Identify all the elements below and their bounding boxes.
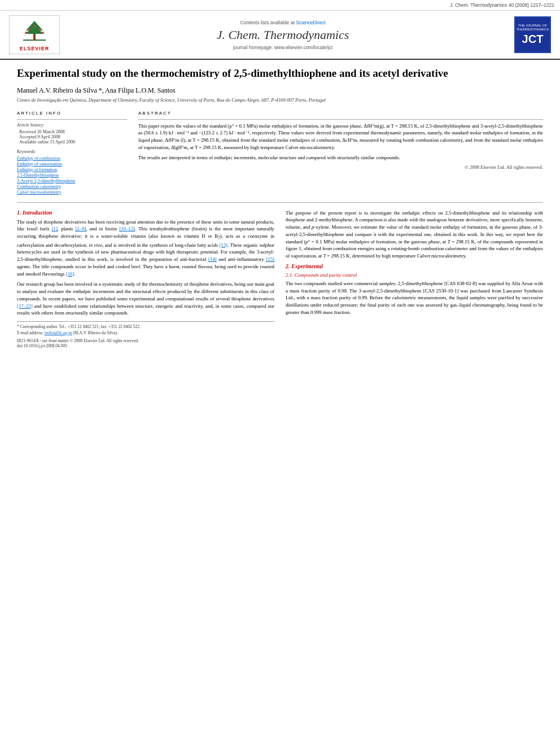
footer-info: 0021-9614/$ - see front matter © 2008 El… [17,338,274,348]
elsevier-name: ELSEVIER [12,46,57,51]
ref-15[interactable]: [15] [266,256,274,262]
keyword-5[interactable]: 3-Acetyl-2,5-dimethylthiophene [17,178,127,184]
accepted-date: Accepted 9 April 2008 [19,134,127,139]
section-divider [17,202,543,203]
abstract-column: ABSTRACT This paper reports the values o… [138,111,543,195]
abstract-text: This paper reports the values of the sta… [138,123,543,151]
email-link[interactable]: risilva@fc.up.pt [45,330,72,335]
homepage-label: journal homepage: www.elsevier.com/locat… [233,45,333,50]
intro-paragraph-2: Our research group has been involved in … [17,281,274,317]
received-date: Received 26 March 2008 [19,129,127,134]
sciencedirect-line: Contents lists available at ScienceDirec… [60,20,506,25]
sciencedirect-label: Contents lists available at [240,20,294,25]
ref-13[interactable]: [13] [219,242,228,248]
abstract-results: The results are interpreted in terms of … [138,154,543,161]
footnote-star: * Corresponding author. Tel.: +351 22 04… [17,324,274,329]
citation-bar: J. Chem. Thermodynamics 40 (2008) 1217–1… [0,0,560,11]
experimental-heading: 2. Experimental [286,263,543,269]
footnote-email: E-mail address: risilva@fc.up.pt (M.A.V.… [17,330,274,335]
right-intro-text: The purpose of the present report is to … [286,209,543,260]
jct-logo-area: THE JOURNAL OFTHERMODYNAMICS JCT [506,16,551,53]
footer-doi: doi:10.1016/j.jct.2008.04.005 [17,343,274,348]
footnotes: * Corresponding author. Tel.: +351 22 04… [17,321,274,348]
ref-17-23[interactable]: [17–23] [17,303,33,309]
article-info-heading: ARTICLE INFO [17,111,127,116]
article-title: Experimental study on the thermochemistr… [17,67,543,81]
keyword-7[interactable]: Calvet microcalorimetry [17,190,127,195]
keywords-label: Keywords: [17,149,127,154]
ref-1[interactable]: [1] [52,226,58,231]
compounds-text: The two compounds studied were commercia… [286,280,543,316]
elsevier-logo: ELSEVIER [9,15,60,54]
abstract-heading: ABSTRACT [138,111,543,116]
main-content: Experimental study on the thermochemistr… [0,60,560,355]
article-info-column: ARTICLE INFO Article history: Received 2… [17,111,127,195]
article-history-label: Article history: [17,123,127,128]
svg-point-7 [42,32,44,34]
ref-16[interactable]: [16] [66,271,75,277]
authors: Manuel A.V. Ribeiro da Silva *, Ana Fili… [17,86,543,95]
journal-header: ELSEVIER Contents lists available at Sci… [0,11,560,60]
affiliation: Centro de Investigação em Química, Depar… [17,97,543,103]
footnote-star-text: * Corresponding author. Tel.: +351 22 04… [17,324,141,329]
journal-center: Contents lists available at ScienceDirec… [60,20,506,50]
elsevier-tree-icon [18,18,51,43]
svg-point-4 [28,28,30,30]
keywords-section: Keywords: Enthalpy of combustion Enthalp… [17,149,127,195]
jct-abbrev: JCT [522,33,544,46]
journal-title: J. Chem. Thermodynamics [60,28,506,42]
left-body-col: 1. Introduction The study of thiophene d… [17,209,274,348]
ref-10-12[interactable]: [10–12] [119,226,135,231]
footer-issn: 0021-9614/$ - see front matter © 2008 El… [17,338,274,343]
ref-2-9[interactable]: [2–9] [75,226,86,231]
svg-rect-1 [33,34,36,41]
abstract-body: This paper reports the values of the sta… [138,119,543,171]
copyright: © 2008 Elsevier Ltd. All rights reserved… [138,164,543,170]
keyword-1[interactable]: Enthalpy of combustion [17,156,127,161]
body-columns: 1. Introduction The study of thiophene d… [17,209,543,348]
sciencedirect-link[interactable]: ScienceDirect [296,20,325,25]
article-info-abstract: ARTICLE INFO Article history: Received 2… [17,111,543,195]
citation-text: J. Chem. Thermodynamics 40 (2008) 1217–1… [450,2,554,8]
footnote-email-text: E-mail address: risilva@fc.up.pt (M.A.V.… [17,330,118,335]
article-history: Article history: Received 26 March 2008 … [17,119,127,145]
right-body-col: The purpose of the present report is to … [286,209,543,348]
svg-point-5 [39,28,41,30]
jct-full-label: THE JOURNAL OFTHERMODYNAMICS [517,24,549,32]
jct-box: THE JOURNAL OFTHERMODYNAMICS JCT [514,16,551,53]
keyword-4[interactable]: 2,5-Dimethylthiophene [17,173,127,178]
ref-14[interactable]: [14] [208,256,217,262]
intro-paragraph-1: The study of thiophene derivatives has b… [17,219,274,278]
compounds-heading: 2.1. Compounds and purity control [286,272,543,278]
keyword-3[interactable]: Enthalpy of formation [17,167,127,172]
svg-point-8 [33,25,36,27]
available-date: Available online 15 April 2008 [19,139,127,145]
keyword-6[interactable]: Combustion calorimetry [17,184,127,189]
journal-homepage: journal homepage: www.elsevier.com/locat… [60,45,506,50]
intro-heading: 1. Introduction [17,209,274,216]
svg-point-6 [25,32,27,34]
keyword-2[interactable]: Enthalpy of vaporization [17,161,127,167]
